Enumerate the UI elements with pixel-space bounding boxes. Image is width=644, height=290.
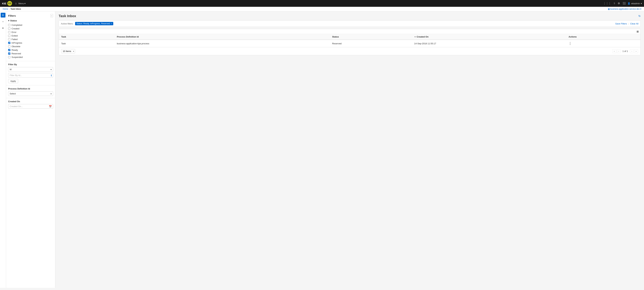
prev-page-button[interactable]: ‹ bbox=[617, 49, 620, 53]
status-failed-checkbox[interactable] bbox=[8, 38, 10, 40]
status-completed-checkbox[interactable] bbox=[8, 24, 10, 26]
status-created-label: Created bbox=[12, 27, 19, 30]
filter-by-input-wrapper: ℹ bbox=[8, 73, 53, 78]
th-actions: Actions bbox=[566, 34, 640, 40]
cell-task: Task bbox=[59, 40, 114, 47]
created-on-label: Created On bbox=[8, 100, 53, 103]
status-ready-label: Ready bbox=[12, 49, 18, 51]
refresh-button[interactable]: ↻ bbox=[638, 15, 640, 18]
user-icon: 👤 bbox=[628, 2, 630, 5]
home-icon[interactable]: ⌂ bbox=[15, 2, 17, 5]
kie-logo: KIE IDE bbox=[2, 1, 12, 6]
nav-icons: ⋮⋮⋮ ? ⚙ ⬛ bbox=[603, 2, 626, 5]
user-menu[interactable]: 👤 wbadmin ▾ bbox=[628, 2, 642, 5]
status-inprogress-checkbox[interactable] bbox=[8, 42, 10, 44]
breadcrumb-current: Task Inbox bbox=[10, 8, 21, 10]
env-arrow-icon: ▾ bbox=[640, 8, 641, 10]
th-created-on[interactable]: ▼ Created On bbox=[412, 34, 566, 40]
pagination-row: 5 Items 10 Items 20 Items 50 Items « ‹ 1… bbox=[59, 47, 640, 55]
sidebar-collapse-button[interactable]: ‹ bbox=[50, 14, 53, 17]
process-definition-label: Process Definition Id bbox=[8, 87, 53, 90]
status-reserved-label: Reserved bbox=[12, 52, 21, 55]
menu-dropdown[interactable]: Menu ▾ bbox=[18, 2, 26, 5]
status-exited-label: Exited bbox=[12, 35, 18, 37]
filter-by-select-wrapper: Id Name Description Priority bbox=[8, 67, 53, 72]
table-body: Task business-application-kjar.process R… bbox=[59, 40, 640, 47]
env-icon: ▦ bbox=[608, 8, 610, 10]
filter-by-section: Filter By Id Name Description Priority ℹ… bbox=[6, 63, 55, 83]
status-exited[interactable]: Exited bbox=[8, 34, 53, 38]
env-selector[interactable]: ▦ business-application-service-dev ▾ bbox=[608, 8, 641, 10]
grid-icon[interactable]: ⋮⋮⋮ bbox=[603, 2, 611, 5]
process-definition-section: Process Definition Id Select bbox=[6, 87, 55, 96]
th-status: Status bbox=[330, 34, 412, 40]
process-def-select[interactable]: Select bbox=[8, 91, 53, 96]
status-failed[interactable]: Failed bbox=[8, 38, 53, 41]
cell-status: Reserved bbox=[330, 40, 412, 47]
filter-info-icon[interactable]: ℹ bbox=[51, 74, 52, 77]
calendar-icon[interactable]: 📅 bbox=[49, 105, 52, 108]
active-filters-right: Save Filters | Clear All bbox=[615, 22, 638, 25]
apply-button[interactable]: Apply bbox=[8, 79, 18, 83]
status-created-checkbox[interactable] bbox=[8, 28, 10, 30]
status-suspended[interactable]: Suspended bbox=[8, 55, 53, 59]
filter-tag-close-icon[interactable]: × bbox=[111, 22, 112, 25]
breadcrumb-home-link[interactable]: Home bbox=[3, 8, 8, 10]
row-actions-button[interactable]: ⋮ bbox=[568, 42, 572, 45]
page-info: 1 of 1 bbox=[621, 50, 630, 52]
status-exited-checkbox[interactable] bbox=[8, 35, 10, 37]
status-suspended-label: Suspended bbox=[12, 56, 23, 58]
star-icon-btn[interactable]: ★ bbox=[1, 26, 6, 30]
breadcrumb: Home › Task Inbox bbox=[3, 8, 21, 10]
add-icon-btn[interactable]: + bbox=[1, 19, 6, 24]
status-obsolete[interactable]: Obsolete bbox=[8, 45, 53, 48]
filter-by-select[interactable]: Id Name Description Priority bbox=[8, 67, 53, 72]
cell-process-def-id: business-application-kjar.process bbox=[114, 40, 330, 47]
kie-text: KIE bbox=[2, 2, 6, 5]
date-input[interactable] bbox=[8, 104, 53, 109]
last-page-button[interactable]: » bbox=[634, 49, 638, 53]
status-completed[interactable]: Completed bbox=[8, 23, 53, 27]
first-page-button[interactable]: « bbox=[612, 49, 616, 53]
column-toggle-button[interactable]: ▦ bbox=[636, 30, 639, 33]
filter-icon-btn[interactable]: ☰ bbox=[1, 13, 6, 18]
env-label: business-application-service-dev bbox=[610, 8, 640, 10]
th-process-def-id: Process Definition Id bbox=[114, 34, 330, 40]
status-inprogress[interactable]: InProgress bbox=[8, 41, 53, 45]
items-per-page-select[interactable]: 5 Items 10 Items 20 Items 50 Items bbox=[61, 49, 75, 53]
content-area: Task Inbox ↻ Active filters: Status: Rea… bbox=[55, 11, 644, 288]
sort-icon: ▼ bbox=[414, 36, 416, 38]
settings-icon[interactable]: ⚙ bbox=[618, 2, 620, 5]
menu-arrow-icon: ▾ bbox=[24, 2, 26, 5]
next-page-button[interactable]: › bbox=[630, 49, 633, 53]
status-obsolete-label: Obsolete bbox=[12, 45, 20, 48]
breadcrumb-bar: Home › Task Inbox ▦ business-application… bbox=[0, 7, 644, 11]
status-error-checkbox[interactable] bbox=[8, 31, 10, 33]
status-error[interactable]: Error bbox=[8, 30, 53, 34]
status-ready[interactable]: Ready bbox=[8, 48, 53, 52]
clear-all-link[interactable]: Clear All bbox=[630, 22, 638, 25]
active-filters-left: Active filters: Status: Ready, InProgres… bbox=[61, 22, 113, 25]
status-reserved[interactable]: Reserved bbox=[8, 52, 53, 55]
filter-by-label: Filter By bbox=[8, 63, 53, 66]
status-section-header[interactable]: ▾ Status bbox=[8, 19, 53, 22]
save-filters-link[interactable]: Save Filters bbox=[615, 22, 627, 25]
items-per-page: 5 Items 10 Items 20 Items 50 Items bbox=[61, 49, 75, 53]
status-filter-section: ▾ Status Completed Created Error Exited bbox=[6, 19, 55, 59]
th-task: Task bbox=[59, 34, 114, 40]
status-created[interactable]: Created bbox=[8, 27, 53, 30]
status-ready-checkbox[interactable] bbox=[8, 49, 10, 51]
help-icon[interactable]: ? bbox=[614, 2, 615, 5]
cell-created-on: 14-Sep-2018 11:55:17 bbox=[412, 40, 566, 47]
table-container: ▦ Task Process Definition Id Status ▼ Cr… bbox=[59, 29, 640, 55]
status-reserved-checkbox[interactable] bbox=[8, 52, 10, 55]
tasks-table: Task Process Definition Id Status ▼ Crea… bbox=[59, 34, 640, 47]
sidebar-title: Filters bbox=[8, 14, 16, 17]
status-suspended-checkbox[interactable] bbox=[8, 56, 10, 58]
filter-by-input[interactable] bbox=[8, 73, 53, 78]
main-layout: ☰ + ★ Filters ‹ ▾ Status Completed Creat… bbox=[0, 11, 644, 288]
status-obsolete-checkbox[interactable] bbox=[8, 45, 10, 48]
filter-pipe: | bbox=[628, 22, 629, 25]
camera-icon[interactable]: ⬛ bbox=[623, 2, 626, 5]
status-label: Status bbox=[10, 19, 17, 22]
